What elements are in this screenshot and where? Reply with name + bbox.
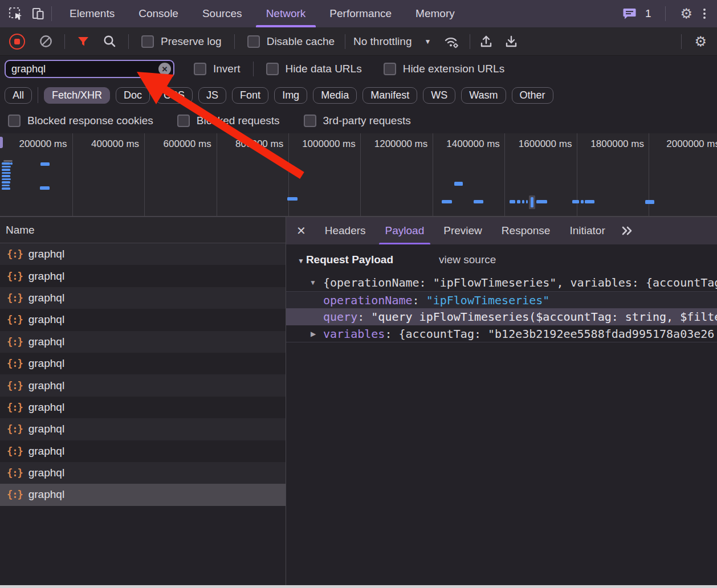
filter-pill-doc[interactable]: Doc [116,87,150,104]
waterfall-bar [10,162,13,165]
details-tab-preview[interactable]: Preview [434,217,492,244]
hide-data-urls-toggle[interactable]: Hide data URLs [266,63,362,75]
search-icon[interactable] [103,34,117,48]
kebab-menu-icon[interactable] [701,9,708,19]
network-overview[interactable]: 200000 ms400000 ms600000 ms800000 ms1000… [0,133,717,217]
request-row[interactable]: {:}graphql [0,353,286,374]
disable-cache-checkbox[interactable] [247,35,260,48]
blocked-cookies-toggle[interactable]: Blocked response cookies [8,115,153,127]
payload-row-variables[interactable]: ▶variables: {accountTag: "b12e3b2192ee55… [286,325,717,342]
request-name: graphql [28,357,64,370]
third-party-checkbox[interactable] [304,115,316,127]
filter-pill-media[interactable]: Media [313,87,357,104]
tab-sources[interactable]: Sources [190,0,254,27]
waterfall-bar [531,197,533,207]
preserve-log-toggle[interactable]: Preserve log [141,35,222,48]
issues-icon[interactable] [622,7,637,20]
payload-row-query[interactable]: query: "query ipFlowTimeseries($accountT… [286,308,717,325]
hide-extension-urls-checkbox[interactable] [384,63,396,75]
payload-root-node[interactable]: ▼ {operationName: "ipFlowTimeseries", va… [286,274,717,291]
preserve-log-checkbox[interactable] [141,35,154,48]
blocked-requests-checkbox[interactable] [177,115,190,127]
request-row[interactable]: {:}graphql [0,331,286,353]
request-row[interactable]: {:}graphql [0,418,286,440]
filter-pill-fetch-xhr[interactable]: Fetch/XHR [44,87,110,104]
timeline-gridline [360,133,361,216]
view-source-link[interactable]: view source [439,254,496,266]
page-bottom-strip [0,585,717,588]
filter-pill-manifest[interactable]: Manifest [362,87,417,104]
payload-value: "ipFlowTimeseries" [426,293,550,307]
request-row[interactable]: {:}graphql [0,484,286,505]
invert-toggle[interactable]: Invert [194,63,241,75]
hide-data-urls-checkbox[interactable] [266,63,279,75]
clear-network-log-icon[interactable] [39,34,53,48]
name-column-header[interactable]: Name [0,217,286,243]
hide-extension-urls-toggle[interactable]: Hide extension URLs [384,63,504,75]
request-row[interactable]: {:}graphql [0,243,286,265]
request-payload-section: ▼ Request Payload view source [286,244,717,266]
filter-pill-css[interactable]: CSS [156,87,193,104]
filter-pill-other[interactable]: Other [512,87,553,104]
waterfall-bar [526,200,528,203]
filter-pill-all[interactable]: All [5,87,32,104]
disable-cache-toggle[interactable]: Disable cache [247,35,335,48]
request-row[interactable]: {:}graphql [0,374,286,396]
request-row[interactable]: {:}graphql [0,287,286,309]
tree-collapsed-icon[interactable]: ▶ [311,325,316,342]
tab-network[interactable]: Network [254,0,318,27]
filter-pill-wasm[interactable]: Wasm [461,87,506,104]
request-row[interactable]: {:}graphql [0,440,286,462]
request-name: graphql [28,401,64,414]
more-tabs-icon[interactable] [620,225,634,236]
device-toolbar-icon[interactable] [31,6,46,21]
network-conditions-icon[interactable] [443,34,459,49]
payload-row-operationname[interactable]: operationName: "ipFlowTimeseries" [286,291,717,308]
third-party-label: 3rd-party requests [323,115,411,127]
tab-elements[interactable]: Elements [58,0,127,27]
throttling-select[interactable]: No throttling [353,35,412,48]
close-details-icon[interactable]: ✕ [296,224,306,238]
blocked-requests-toggle[interactable]: Blocked requests [177,115,280,127]
waterfall-bar [287,197,298,201]
request-rows: {:}graphql{:}graphql{:}graphql{:}graphql… [0,243,286,506]
filter-pill-img[interactable]: Img [274,87,307,104]
tab-performance[interactable]: Performance [317,0,404,27]
import-har-icon[interactable] [479,34,493,48]
request-name: graphql [28,488,64,501]
tab-console[interactable]: Console [127,0,190,27]
details-tab-payload[interactable]: Payload [376,217,434,244]
devtools-window: ElementsConsoleSourcesNetworkPerformance… [0,0,717,588]
timeline-tick: 1800000 ms [577,133,649,155]
record-network-log-button[interactable] [9,34,25,50]
tab-memory[interactable]: Memory [404,0,467,27]
network-settings-gear-icon[interactable]: ⚙ [694,35,707,48]
export-har-icon[interactable] [504,34,518,48]
fetch-xhr-icon: {:} [7,423,23,435]
blocked-cookies-checkbox[interactable] [8,115,21,127]
waterfall-bar [572,200,579,203]
filter-pill-ws[interactable]: WS [423,87,455,104]
payload-key: operationName [323,293,413,307]
request-row[interactable]: {:}graphql [0,462,286,484]
filter-input[interactable] [5,60,174,78]
request-row[interactable]: {:}graphql [0,309,286,330]
details-tab-headers[interactable]: Headers [315,217,376,244]
details-tab-initiator[interactable]: Initiator [560,217,614,244]
details-tab-response[interactable]: Response [492,217,560,244]
filter-pill-js[interactable]: JS [198,87,226,104]
issues-count[interactable]: 1 [645,7,651,20]
tree-expanded-icon[interactable]: ▼ [309,274,323,291]
inspect-element-icon[interactable] [8,6,23,22]
section-collapse-icon[interactable]: ▼ [298,257,304,265]
request-row[interactable]: {:}graphql [0,397,286,418]
filter-pill-font[interactable]: Font [232,87,268,104]
clear-filter-icon[interactable]: ✕ [158,63,171,75]
third-party-toggle[interactable]: 3rd-party requests [304,115,411,127]
payload-value: {accountTag: "b12e3b2192ee5588fdad995178… [398,327,714,341]
filter-funnel-icon[interactable] [76,35,90,48]
invert-checkbox[interactable] [194,63,206,75]
settings-gear-icon[interactable]: ⚙ [680,7,692,21]
request-row[interactable]: {:}graphql [0,265,286,287]
overview-scroll-handle[interactable] [0,137,3,148]
